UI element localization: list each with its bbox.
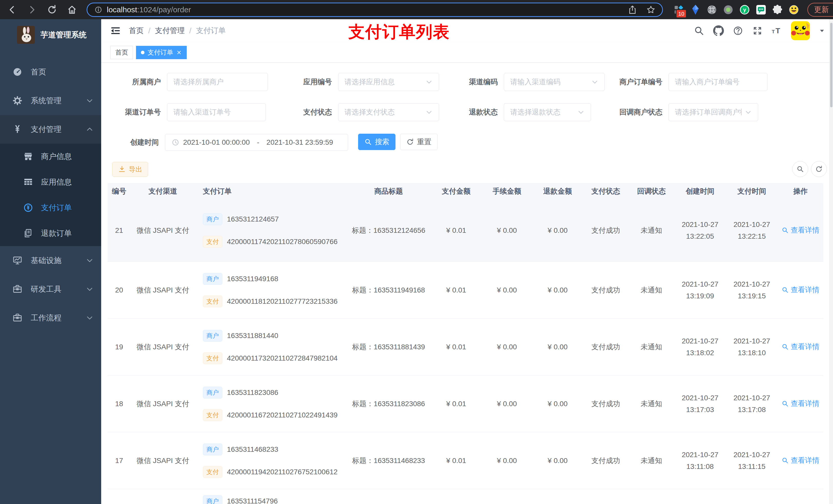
filter-select-应用编号[interactable]: 请选择应用信息 [338, 73, 439, 91]
chat-extension-icon[interactable] [755, 4, 767, 16]
column-header-编号[interactable]: 编号 [108, 187, 130, 196]
tab-支付订单[interactable]: 支付订单 [136, 46, 187, 59]
sidebar-item-应用信息[interactable]: 应用信息 [0, 169, 101, 195]
browser-update-button[interactable]: 更新 [807, 3, 833, 17]
column-header-支付渠道[interactable]: 支付渠道 [130, 187, 195, 196]
merchant-tag: 商户 [203, 273, 222, 285]
page-scrollbar[interactable] [829, 19, 833, 504]
filter-input-商户订单编号[interactable] [669, 73, 767, 91]
sidebar-item-系统管理[interactable]: 系统管理 [0, 86, 101, 115]
sidebar-item-支付管理[interactable]: 支付管理 [0, 115, 101, 144]
filter-select-退款状态[interactable]: 请选择退款状态 [504, 103, 591, 121]
filter-select-支付状态[interactable]: 请选择支付状态 [338, 103, 439, 121]
sidebar-collapse-icon[interactable] [110, 25, 121, 37]
pay-order-no: 4200001181202110277723215336 [227, 297, 338, 306]
order-id-cell: 18 [108, 400, 130, 408]
export-button[interactable]: 导出 [112, 162, 148, 177]
view-detail-link[interactable]: 查看详情 [782, 456, 819, 465]
filter-所属商户: 所属商户 [105, 73, 268, 91]
fullscreen-icon[interactable] [752, 25, 763, 36]
pay-order-line: 支付4200001167202110271022491439 [203, 409, 344, 421]
filter-input-field[interactable] [173, 108, 260, 116]
scrollbar-thumb[interactable] [830, 23, 832, 107]
view-detail-link[interactable]: 查看详情 [782, 285, 819, 295]
merchant-tag: 商户 [203, 330, 222, 342]
puzzle-extension-icon[interactable] [771, 4, 783, 16]
sidebar-item-商户信息[interactable]: 商户信息 [0, 144, 101, 169]
pay-order-line: 支付4200001181202110277723215336 [203, 295, 344, 307]
column-header-创建时间[interactable]: 创建时间 [674, 187, 726, 196]
filter-input-field[interactable] [675, 78, 761, 86]
sidebar-menu: 首页系统管理支付管理商户信息应用信息支付订单退款订单基础设施研发工具工作流程 [0, 57, 101, 332]
column-header-操作[interactable]: 操作 [778, 187, 823, 196]
date-end-value[interactable]: 2021-10-31 23:59:59 [266, 138, 333, 146]
command-extension-icon[interactable] [706, 4, 718, 16]
github-icon[interactable] [713, 25, 724, 36]
share-icon[interactable] [628, 5, 637, 14]
avatar[interactable] [791, 21, 810, 40]
column-header-支付订单[interactable]: 支付订单 [195, 187, 346, 196]
breadcrumb-item[interactable]: 支付管理 [155, 26, 185, 36]
sidebar-item-支付订单[interactable]: 支付订单 [0, 195, 101, 220]
forward-icon[interactable] [27, 4, 38, 15]
filter-input-field[interactable] [173, 78, 262, 86]
filter-create-time: 创建时间 2021-10-01 00:00:00 - 2021-10-31 23… [103, 134, 348, 151]
breadcrumb-item[interactable]: 首页 [129, 26, 144, 36]
font-size-icon[interactable]: TT [771, 25, 782, 36]
tags-view: 首页支付订单 [101, 42, 833, 63]
browser-chrome: localhost:1024/pay/order 10y 更新 [0, 0, 833, 19]
pay-order-line: 支付4200001173202110272847982104 [203, 352, 344, 364]
sidebar-item-基础设施[interactable]: 基础设施 [0, 246, 101, 275]
column-header-支付金额[interactable]: 支付金额 [431, 187, 481, 196]
column-header-手续金额[interactable]: 手续金额 [481, 187, 532, 196]
header-search-icon[interactable] [694, 25, 705, 36]
filter-input-渠道订单号[interactable] [167, 103, 266, 121]
column-header-退款金额[interactable]: 退款金额 [532, 187, 583, 196]
pay-order-cell: 商户1635311823086支付42000011672021102710224… [195, 387, 346, 421]
view-detail-link[interactable]: 查看详情 [782, 399, 819, 408]
sidebar-item-工作流程[interactable]: 工作流程 [0, 304, 101, 332]
view-detail-link[interactable]: 查看详情 [782, 342, 819, 352]
sidebar-logo[interactable]: 芋道管理系统 [0, 19, 101, 50]
extensions-toolbar: 10y [673, 4, 800, 16]
site-info-icon[interactable] [94, 5, 103, 14]
reload-icon[interactable] [47, 4, 57, 15]
tab-首页[interactable]: 首页 [111, 46, 133, 59]
close-icon[interactable] [176, 50, 182, 55]
column-header-商品标题[interactable]: 商品标题 [346, 187, 431, 196]
help-icon[interactable] [733, 25, 743, 36]
table-refresh-button[interactable] [811, 161, 827, 177]
search-button-label: 搜索 [375, 137, 389, 147]
fee-amount-cell: ¥ 0.00 [481, 400, 532, 408]
refund-doc-icon [23, 228, 33, 238]
home-icon[interactable] [67, 4, 77, 15]
date-range-input[interactable]: 2021-10-01 00:00:00 - 2021-10-31 23:59:5… [165, 134, 348, 151]
record-extension-icon[interactable] [722, 4, 734, 16]
yuque-extension-icon[interactable]: y [739, 4, 751, 16]
sidebar-item-首页[interactable]: 首页 [0, 57, 101, 86]
date-start-value[interactable]: 2021-10-01 00:00:00 [183, 138, 250, 146]
pinned-grid-extension-icon[interactable]: 10 [673, 4, 685, 16]
merchant-order-no: 1635311468233 [227, 446, 278, 454]
filter-label: 退款状态 [443, 107, 504, 117]
reset-button[interactable]: 重置 [400, 134, 437, 150]
pay-amount-cell: ¥ 0.01 [431, 226, 481, 235]
filter-label: 所属商户 [105, 77, 167, 87]
column-header-回调状态[interactable]: 回调状态 [628, 187, 674, 196]
search-button[interactable]: 搜索 [358, 134, 396, 150]
kite-extension-icon[interactable] [690, 4, 701, 16]
emoji-extension-icon[interactable] [788, 4, 800, 16]
view-detail-link[interactable]: 查看详情 [782, 225, 819, 235]
address-bar[interactable]: localhost:1024/pay/order [87, 3, 663, 17]
filter-select-回调商户状态[interactable]: 请选择订单回调商户状态 [669, 103, 758, 121]
avatar-caret-down-icon[interactable] [819, 27, 825, 34]
sidebar-item-退款订单[interactable]: 退款订单 [0, 220, 101, 246]
filter-input-所属商户[interactable] [167, 73, 268, 91]
bookmark-star-icon[interactable] [646, 5, 656, 14]
sidebar-item-研发工具[interactable]: 研发工具 [0, 275, 101, 304]
column-header-支付时间[interactable]: 支付时间 [726, 187, 778, 196]
column-header-支付状态[interactable]: 支付状态 [583, 187, 628, 196]
filter-select-渠道编码[interactable]: 请输入渠道编码 [504, 73, 605, 91]
table-search-toggle-button[interactable] [792, 161, 808, 177]
back-icon[interactable] [7, 4, 18, 15]
